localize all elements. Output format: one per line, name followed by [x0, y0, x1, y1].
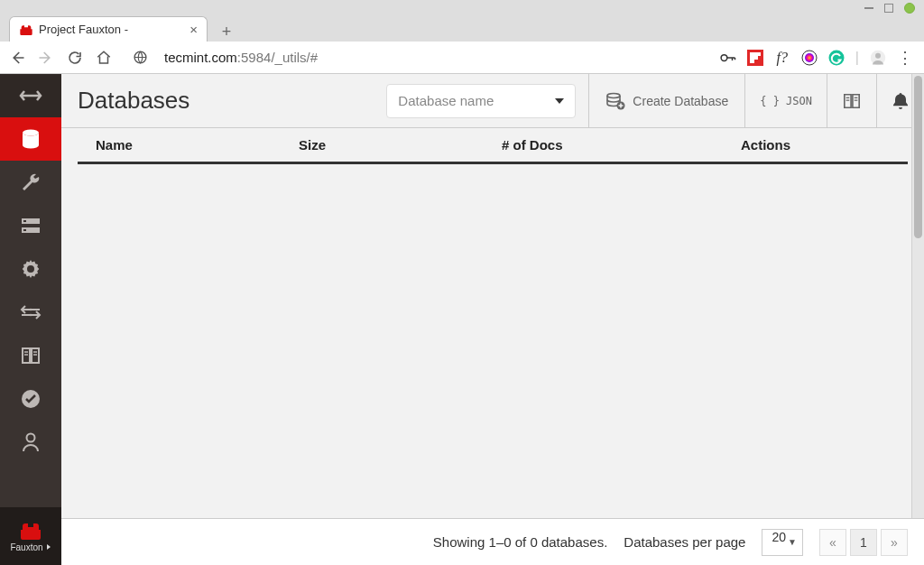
table-header: Name Size # of Docs Actions — [78, 128, 908, 164]
url-path: :5984/_utils/# — [237, 50, 318, 65]
caret-down-icon: ▼ — [788, 537, 797, 547]
svg-point-13 — [30, 309, 32, 310]
svg-point-17 — [607, 93, 620, 97]
main-content: Databases Database name Create Database … — [61, 74, 924, 565]
table-body-empty — [61, 164, 924, 518]
per-page-value: 20 — [772, 530, 786, 544]
sidebar-item-verify[interactable] — [0, 377, 61, 421]
window-minimize-icon[interactable] — [864, 7, 873, 9]
scrollbar[interactable] — [911, 74, 924, 518]
svg-point-16 — [27, 434, 35, 442]
svg-point-7 — [23, 130, 39, 136]
sidebar-item-databases[interactable] — [0, 117, 61, 161]
brand-label: Fauxton — [10, 542, 42, 552]
replication-icon — [18, 304, 43, 320]
home-icon — [96, 50, 112, 66]
scrollbar-thumb[interactable] — [914, 76, 922, 238]
profile-icon[interactable] — [870, 50, 886, 66]
reload-icon — [67, 50, 83, 66]
sidebar: Fauxton — [0, 74, 61, 565]
url-host: tecmint.com — [164, 50, 237, 65]
kebab-menu-icon[interactable]: ⋮ — [897, 50, 913, 66]
window-controls — [0, 0, 924, 16]
column-docs: # of Docs — [502, 137, 705, 153]
search-placeholder: Database name — [398, 93, 494, 108]
check-circle-icon — [20, 388, 42, 410]
browser-tab[interactable]: Project Fauxton - × — [9, 16, 208, 42]
globe-icon — [133, 50, 148, 65]
page-prev-button[interactable]: « — [819, 529, 846, 556]
json-button[interactable]: { } JSON — [744, 74, 827, 128]
bell-icon — [892, 91, 910, 111]
database-search-dropdown[interactable]: Database name — [386, 84, 576, 118]
pagination: « 1 » — [819, 529, 908, 556]
forward-button[interactable] — [36, 48, 56, 68]
app-root: Fauxton Databases Database name Create D… — [0, 74, 924, 565]
footer: Showing 1–0 of 0 databases. Databases pe… — [61, 518, 924, 565]
svg-rect-11 — [23, 229, 26, 231]
reload-button[interactable] — [65, 48, 85, 68]
toolbar-icons: f? | ⋮ — [720, 50, 913, 66]
sidebar-item-replication[interactable] — [0, 291, 61, 334]
json-label: { } JSON — [760, 95, 812, 107]
book-icon — [20, 346, 42, 366]
window-close-icon[interactable] — [904, 3, 915, 14]
sidebar-item-collapse[interactable] — [0, 74, 61, 117]
address-bar: tecmint.com:5984/_utils/# f? | ⋮ — [0, 42, 924, 74]
sidebar-brand[interactable]: Fauxton — [0, 507, 61, 565]
sidebar-item-docs[interactable] — [0, 334, 61, 377]
home-button[interactable] — [94, 48, 114, 68]
per-page-select[interactable]: 20 ▼ — [762, 529, 803, 556]
showing-text: Showing 1–0 of 0 databases. — [433, 534, 607, 550]
caret-down-icon — [555, 98, 564, 104]
window-maximize-icon[interactable] — [884, 4, 893, 13]
tab-strip: Project Fauxton - × + — [0, 16, 924, 42]
svg-point-14 — [30, 314, 32, 316]
sidebar-item-setup[interactable] — [0, 161, 61, 204]
column-actions: Actions — [705, 137, 890, 153]
extension-circle-icon[interactable] — [801, 50, 818, 66]
arrow-right-icon — [38, 50, 54, 66]
arrows-horizontal-icon — [19, 88, 42, 104]
svg-point-6 — [875, 52, 881, 58]
per-page-label: Databases per page — [624, 534, 745, 550]
url-display[interactable]: tecmint.com:5984/_utils/# — [159, 50, 711, 65]
fontface-icon[interactable]: f? — [774, 50, 790, 66]
page-current[interactable]: 1 — [850, 529, 877, 556]
column-name: Name — [96, 137, 299, 153]
column-size: Size — [299, 137, 502, 153]
couch-icon — [18, 521, 43, 541]
svg-point-12 — [29, 267, 32, 271]
sidebar-item-tasks[interactable] — [0, 204, 61, 247]
database-plus-icon — [605, 92, 625, 110]
gear-icon — [20, 258, 42, 280]
sidebar-item-config[interactable] — [0, 247, 61, 291]
sidebar-item-user[interactable] — [0, 421, 61, 464]
svg-rect-10 — [23, 220, 26, 222]
docs-button[interactable] — [827, 74, 876, 128]
tab-title: Project Fauxton - — [39, 23, 128, 36]
grammarly-icon[interactable] — [828, 50, 845, 66]
page-title: Databases — [78, 87, 189, 115]
site-info-icon[interactable] — [130, 48, 150, 68]
user-icon — [22, 432, 40, 452]
page-next-button[interactable]: » — [881, 529, 908, 556]
new-tab-button[interactable]: + — [217, 22, 236, 42]
page-header: Databases Database name Create Database … — [61, 74, 924, 128]
tab-favicon-icon — [19, 24, 32, 35]
database-icon — [20, 128, 42, 150]
chevron-right-icon — [46, 544, 51, 550]
key-icon[interactable] — [720, 50, 736, 66]
back-button[interactable] — [7, 48, 27, 68]
book-open-icon — [842, 92, 862, 110]
svg-point-3 — [805, 53, 814, 62]
svg-point-1 — [721, 54, 727, 60]
tab-close-icon[interactable]: × — [189, 22, 198, 37]
flipboard-icon[interactable] — [747, 50, 763, 66]
create-database-label: Create Database — [633, 94, 728, 108]
tasks-icon — [20, 217, 42, 235]
create-database-button[interactable]: Create Database — [588, 74, 744, 128]
arrow-left-icon — [9, 50, 25, 66]
wrench-icon — [20, 171, 42, 193]
